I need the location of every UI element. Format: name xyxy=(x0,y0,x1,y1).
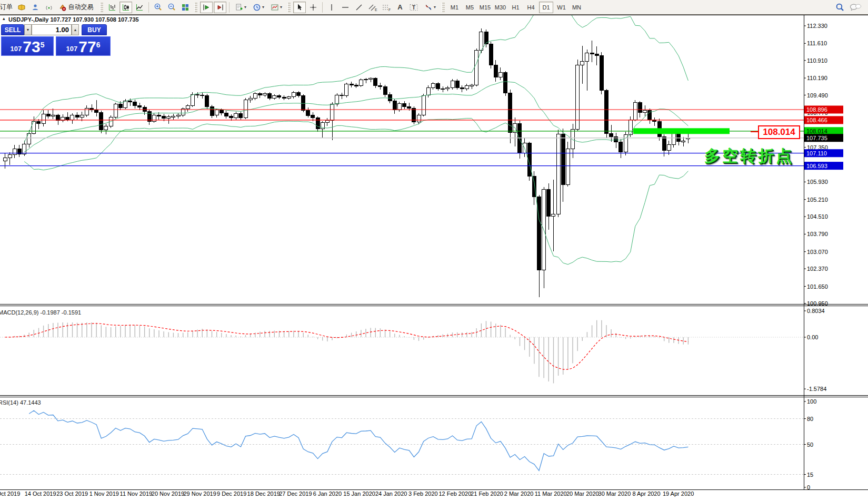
zoom-in-button[interactable] xyxy=(152,2,164,13)
toolbar-grip[interactable] xyxy=(100,3,103,12)
zoom-out-button[interactable] xyxy=(165,2,178,13)
sell-price-prefix: 107 xyxy=(11,44,22,54)
toolbar-separator xyxy=(148,2,149,13)
svg-text:Oct 2019: Oct 2019 xyxy=(0,491,20,497)
crosshair-icon xyxy=(309,3,317,12)
templates-button[interactable]: ▾ xyxy=(268,2,285,13)
fibonacci-tool[interactable]: F xyxy=(380,2,393,13)
svg-text:19 Apr 2020: 19 Apr 2020 xyxy=(663,491,694,497)
toolbar-grip[interactable] xyxy=(287,3,291,12)
chat-bubbles-icon xyxy=(849,3,862,12)
svg-text:0.8034: 0.8034 xyxy=(807,308,825,314)
timeframe-MN[interactable]: MN xyxy=(570,2,584,13)
crosshair-tool-button[interactable] xyxy=(307,2,320,13)
text-tool[interactable]: A xyxy=(394,2,406,13)
volume-input[interactable]: 1.00 xyxy=(32,24,72,35)
price-pane xyxy=(0,0,804,297)
candlestick-icon xyxy=(122,3,130,12)
tile-windows-icon xyxy=(181,3,189,12)
sell-price-button[interactable]: 107 73 5 xyxy=(1,36,54,56)
svg-text:12 Feb 2020: 12 Feb 2020 xyxy=(439,491,472,497)
svg-text:108.466: 108.466 xyxy=(806,117,827,123)
svg-text:T: T xyxy=(412,4,415,10)
svg-text:0.00: 0.00 xyxy=(807,334,818,340)
indicators-button[interactable]: ▾ xyxy=(232,2,249,13)
rsi-indicator-label: RSI(14) 47.1443 xyxy=(0,399,41,406)
chart-shift-button[interactable] xyxy=(214,2,226,13)
svg-text:100.950: 100.950 xyxy=(807,300,828,307)
bar-chart-mode-button[interactable] xyxy=(106,2,118,13)
svg-text:80: 80 xyxy=(807,416,813,422)
search-button[interactable] xyxy=(834,2,846,13)
timeframe-H4[interactable]: H4 xyxy=(524,2,538,13)
timeframe-M5[interactable]: M5 xyxy=(463,2,477,13)
chinese-annotation[interactable]: 多空转折点 xyxy=(704,145,794,167)
svg-text:8 Apr 2020: 8 Apr 2020 xyxy=(632,491,660,497)
svg-text:27 Dec 2019: 27 Dec 2019 xyxy=(279,491,312,497)
market-watch-button[interactable] xyxy=(29,2,42,13)
text-label-tool[interactable]: T xyxy=(407,2,420,13)
volume-increase-button[interactable]: ▲ xyxy=(72,24,79,35)
buy-price-prefix: 107 xyxy=(66,44,78,54)
cursor-tool-button[interactable] xyxy=(293,2,306,13)
svg-text:F: F xyxy=(388,8,391,12)
svg-text:11 Nov 2019: 11 Nov 2019 xyxy=(120,491,153,497)
timeframe-D1[interactable]: D1 xyxy=(539,2,553,13)
svg-text:21 Feb 2020: 21 Feb 2020 xyxy=(471,491,503,497)
timeframe-W1[interactable]: W1 xyxy=(554,2,568,13)
auto-trading-button[interactable]: 自动交易 xyxy=(56,2,97,13)
vertical-line-icon xyxy=(328,3,335,12)
svg-text:102.370: 102.370 xyxy=(807,266,828,272)
svg-text:108.896: 108.896 xyxy=(806,106,827,113)
signals-button[interactable] xyxy=(43,2,55,13)
timeframe-M15[interactable]: M15 xyxy=(478,2,492,13)
trade-panel-collapse-icon[interactable]: ▴ xyxy=(3,16,5,21)
level-callout-label[interactable]: 108.014 xyxy=(758,125,800,139)
toolbar-grip[interactable] xyxy=(442,3,445,12)
timeframe-M30[interactable]: M30 xyxy=(493,2,507,13)
sell-button[interactable]: SELL xyxy=(1,24,24,35)
line-chart-mode-button[interactable] xyxy=(133,2,146,13)
arrows-tool[interactable]: ▾ xyxy=(421,2,439,13)
svg-text:14 Oct 2019: 14 Oct 2019 xyxy=(25,491,56,497)
auto-scroll-button[interactable] xyxy=(200,2,213,13)
cursor-icon xyxy=(295,3,304,12)
search-icon xyxy=(835,3,845,12)
new-order-button[interactable]: 订单 xyxy=(0,3,13,12)
template-icon xyxy=(271,3,279,12)
buy-price-main: 77 xyxy=(78,40,96,54)
timeframe-M1[interactable]: M1 xyxy=(447,2,462,13)
buy-button[interactable]: BUY xyxy=(82,24,107,35)
zoom-out-icon xyxy=(167,3,176,12)
orders-book-icon[interactable] xyxy=(15,2,28,13)
equidistant-channel-tool[interactable]: E xyxy=(366,2,379,13)
profile-icon xyxy=(31,3,39,12)
svg-text:111.610: 111.610 xyxy=(807,40,827,46)
vertical-line-tool[interactable] xyxy=(325,2,338,13)
chart-shift-icon xyxy=(216,3,224,12)
toolbar-grip[interactable] xyxy=(194,3,197,12)
time-axis[interactable]: Oct 201914 Oct 201923 Oct 20191 Nov 2019… xyxy=(0,491,694,497)
trendline-tool[interactable] xyxy=(353,2,365,13)
price-axis[interactable]: 112.330111.610110.910110.190109.490108.7… xyxy=(804,23,843,491)
svg-text:E: E xyxy=(375,8,377,12)
buy-price-button[interactable]: 107 77 6 xyxy=(56,36,111,56)
periods-button[interactable]: ▾ xyxy=(250,2,267,13)
svg-text:107.735: 107.735 xyxy=(806,135,827,141)
chart-canvas[interactable]: 112.330111.610110.910110.190109.490108.7… xyxy=(0,0,868,500)
one-click-trade-panel: SELL ▼ 1.00 ▲ BUY 107 73 5 107 77 6 xyxy=(1,24,111,56)
text-a-icon: A xyxy=(397,3,402,11)
highlight-box[interactable] xyxy=(633,128,730,134)
buy-price-sup: 6 xyxy=(96,37,101,53)
svg-text:101.650: 101.650 xyxy=(807,283,828,290)
horizontal-line-tool[interactable] xyxy=(339,2,352,13)
volume-decrease-button[interactable]: ▼ xyxy=(24,24,32,35)
svg-text:108.014: 108.014 xyxy=(806,128,827,134)
arrows-icon xyxy=(424,3,433,12)
svg-text:105.210: 105.210 xyxy=(807,197,828,203)
candlestick-mode-button[interactable] xyxy=(119,2,132,13)
chat-button[interactable] xyxy=(847,2,863,13)
toolbar-separator xyxy=(322,2,323,13)
tile-windows-button[interactable] xyxy=(179,2,192,13)
timeframe-H1[interactable]: H1 xyxy=(508,2,523,13)
